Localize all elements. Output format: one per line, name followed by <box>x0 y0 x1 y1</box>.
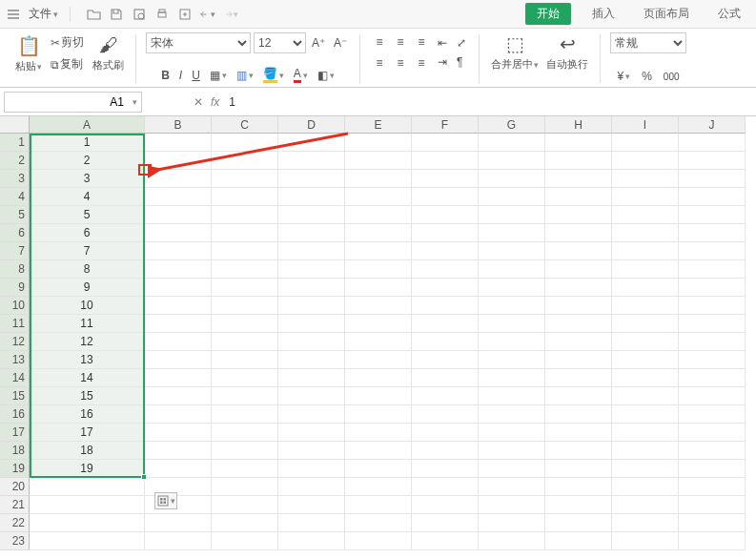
cell-A18[interactable]: 18 <box>30 442 145 460</box>
cell-A15[interactable]: 15 <box>30 387 145 405</box>
cell-A12[interactable]: 12 <box>30 333 145 351</box>
cell-F22[interactable] <box>412 514 479 532</box>
cell-B1[interactable] <box>145 134 212 152</box>
print-icon[interactable] <box>154 7 170 22</box>
cell-J8[interactable] <box>679 260 746 279</box>
cell-H13[interactable] <box>545 351 612 369</box>
hamburger-icon[interactable] <box>6 7 21 22</box>
row-header-20[interactable]: 20 <box>0 478 30 496</box>
cell-G15[interactable] <box>479 387 545 405</box>
cell-J20[interactable] <box>679 478 746 496</box>
cell-H20[interactable] <box>545 478 612 496</box>
align-top-left[interactable]: ≡ <box>370 32 389 52</box>
cell-E8[interactable] <box>345 260 412 279</box>
cell-D19[interactable] <box>278 460 345 478</box>
cell-G5[interactable] <box>479 206 545 224</box>
cell-J3[interactable] <box>679 170 746 188</box>
export-icon[interactable] <box>177 7 193 22</box>
cell-E9[interactable] <box>345 279 412 297</box>
formula-input[interactable]: 1 <box>229 95 235 109</box>
cell-B4[interactable] <box>145 188 212 206</box>
row-header-7[interactable]: 7 <box>0 242 30 260</box>
cell-D3[interactable] <box>278 170 345 188</box>
cell-G9[interactable] <box>479 279 545 297</box>
cell-I15[interactable] <box>612 387 679 405</box>
font-color-button[interactable]: A <box>291 65 311 85</box>
cell-C17[interactable] <box>212 424 278 442</box>
cell-A17[interactable]: 17 <box>30 424 145 442</box>
cell-G8[interactable] <box>479 260 545 279</box>
cell-H2[interactable] <box>545 152 612 170</box>
cell-A21[interactable] <box>30 496 145 514</box>
cell-I16[interactable] <box>612 405 679 424</box>
increase-indent-button[interactable]: ⇥ <box>435 53 450 71</box>
cell-I8[interactable] <box>612 260 679 279</box>
cell-E3[interactable] <box>345 170 412 188</box>
redo-icon[interactable] <box>223 7 238 22</box>
cell-A4[interactable]: 4 <box>30 188 145 206</box>
cell-D7[interactable] <box>278 242 345 260</box>
cell-C1[interactable] <box>212 134 278 152</box>
column-header-B[interactable]: B <box>145 116 212 134</box>
cell-J14[interactable] <box>679 369 746 387</box>
font-name-select[interactable]: 宋体 <box>146 32 251 53</box>
cell-E19[interactable] <box>345 460 412 478</box>
cell-G1[interactable] <box>479 134 545 152</box>
cell-F21[interactable] <box>412 496 479 514</box>
row-header-4[interactable]: 4 <box>0 188 30 206</box>
name-box[interactable]: A1 <box>4 92 142 113</box>
cell-E6[interactable] <box>345 224 412 242</box>
cell-B16[interactable] <box>145 405 212 424</box>
cell-G16[interactable] <box>479 405 545 424</box>
cell-H9[interactable] <box>545 279 612 297</box>
cell-H6[interactable] <box>545 224 612 242</box>
cell-G18[interactable] <box>479 442 545 460</box>
cell-H5[interactable] <box>545 206 612 224</box>
undo-icon[interactable] <box>200 7 215 22</box>
cell-E13[interactable] <box>345 351 412 369</box>
cell-A2[interactable]: 2 <box>30 152 145 170</box>
cell-D21[interactable] <box>278 496 345 514</box>
row-header-3[interactable]: 3 <box>0 170 30 188</box>
cell-I3[interactable] <box>612 170 679 188</box>
row-header-9[interactable]: 9 <box>0 279 30 297</box>
cell-B17[interactable] <box>145 424 212 442</box>
cell-J15[interactable] <box>679 387 746 405</box>
column-header-G[interactable]: G <box>479 116 545 134</box>
row-header-12[interactable]: 12 <box>0 333 30 351</box>
spreadsheet-grid[interactable]: ABCDEFGHIJ 12345678910111213141516171819… <box>0 116 756 559</box>
row-header-5[interactable]: 5 <box>0 206 30 224</box>
cell-J16[interactable] <box>679 405 746 424</box>
cell-F4[interactable] <box>412 188 479 206</box>
cell-D13[interactable] <box>278 351 345 369</box>
cell-G4[interactable] <box>479 188 545 206</box>
cell-G11[interactable] <box>479 315 545 333</box>
cut-button[interactable]: ✂ 剪切 <box>48 32 87 52</box>
select-all-corner[interactable] <box>0 116 30 134</box>
cell-D2[interactable] <box>278 152 345 170</box>
thousands-button[interactable]: 000 <box>661 70 683 84</box>
cell-J1[interactable] <box>679 134 746 152</box>
cell-F10[interactable] <box>412 297 479 315</box>
cell-E5[interactable] <box>345 206 412 224</box>
cell-C11[interactable] <box>212 315 278 333</box>
cell-F8[interactable] <box>412 260 479 279</box>
cell-D11[interactable] <box>278 315 345 333</box>
cell-A16[interactable]: 16 <box>30 405 145 424</box>
font-size-select[interactable]: 12 <box>254 32 306 53</box>
cell-E1[interactable] <box>345 134 412 152</box>
cell-J19[interactable] <box>679 460 746 478</box>
cell-A1[interactable]: 1 <box>30 134 145 152</box>
autofill-options-button[interactable] <box>154 492 177 509</box>
cell-H16[interactable] <box>545 405 612 424</box>
cell-C10[interactable] <box>212 297 278 315</box>
cell-E11[interactable] <box>345 315 412 333</box>
cell-J4[interactable] <box>679 188 746 206</box>
tab-insert[interactable]: 插入 <box>584 4 623 24</box>
cell-D14[interactable] <box>278 369 345 387</box>
column-header-H[interactable]: H <box>545 116 612 134</box>
cell-B6[interactable] <box>145 224 212 242</box>
cell-D1[interactable] <box>278 134 345 152</box>
cell-F17[interactable] <box>412 424 479 442</box>
cell-J11[interactable] <box>679 315 746 333</box>
